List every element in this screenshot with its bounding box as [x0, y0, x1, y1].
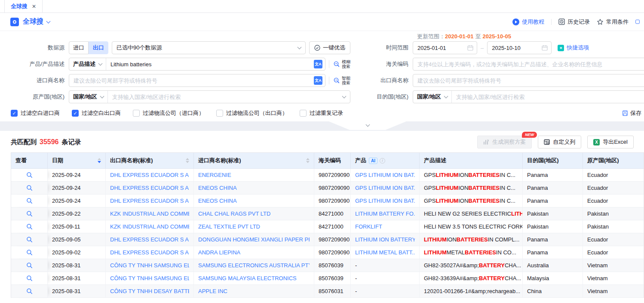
view-record-button[interactable] — [11, 259, 48, 272]
dest-country-select[interactable]: 国家/地区 — [413, 91, 452, 103]
exporter-link[interactable]: CÔNG TY TNHH SAMSUNG ELECTRONICS ... — [110, 262, 189, 269]
exporter-link[interactable]: DHL EXPRESS ECUADOR S A — [110, 172, 189, 178]
exporter-link[interactable]: DHL EXPRESS ECUADOR S A — [110, 236, 189, 243]
more-icon[interactable] — [635, 19, 640, 25]
origin-country-input[interactable] — [108, 91, 343, 103]
view-record-button[interactable] — [11, 195, 48, 207]
product-link[interactable]: LITHIUM METAL BATT... — [355, 249, 415, 256]
close-icon[interactable]: ✕ — [32, 3, 36, 9]
product-link[interactable]: GPS LITHIUM ION BAT... — [355, 185, 415, 191]
checkbox-unchecked-icon[interactable] — [300, 110, 307, 117]
checkbox-unchecked-icon[interactable] — [133, 110, 140, 117]
importer-input[interactable] — [69, 74, 314, 87]
filter-checkbox-3[interactable]: 过滤物流公司（出口商） — [216, 109, 288, 117]
search-panel: 更新范围：2020-01-01至2025-10-05 数据源 进口 出口 已选中… — [0, 31, 644, 121]
hs_code-text: 85076031 — [319, 288, 343, 294]
view-record-button[interactable] — [11, 233, 48, 246]
tab-global-search[interactable]: 全球搜 ✕ — [4, 0, 43, 12]
exporter-link[interactable]: DHL EXPRESS ECUADOR S A — [110, 185, 189, 191]
product-input[interactable] — [106, 58, 314, 70]
smart-search-label: 智能 搜索 — [342, 76, 350, 85]
history-link[interactable]: 历史记录 — [558, 18, 590, 26]
column-header-exporter[interactable]: 出口商名称(标准) — [106, 153, 194, 168]
importer-link[interactable]: ENEOS CHINA — [198, 185, 237, 191]
product-link[interactable]: GPS LITHIUM ION BAT... — [355, 172, 415, 178]
one-click-optimize-button[interactable]: 一键优选 — [309, 41, 350, 54]
highlighted-keyword: LITHI... — [511, 210, 523, 217]
dest-country-input[interactable] — [452, 91, 644, 103]
product-link[interactable]: LITHIUM BATTERY FO... — [355, 210, 415, 217]
exporter-link[interactable]: KZK INDUSTRIAL AND COMMERCIAL CO — [110, 210, 189, 217]
view-record-button[interactable] — [11, 182, 48, 194]
view-record-button[interactable] — [11, 207, 48, 220]
exporter-link[interactable]: DHL EXPRESS ECUADOR S A — [110, 198, 189, 204]
sort-arrows-icon[interactable] — [304, 158, 310, 163]
view-record-button[interactable] — [11, 272, 48, 284]
filter-checkbox-2[interactable]: 过滤物流公司（进口商） — [133, 109, 204, 117]
quick-options-link[interactable]: ✦ 快捷选项 — [558, 44, 589, 52]
importer-link[interactable]: SAMSUNG MALAYSIA ELECTRONICS — [198, 275, 297, 281]
importer-link[interactable]: SAMSUNG ELECTRONICS AUSTRALIA PTY — [198, 262, 310, 269]
translate-icon[interactable]: 文A — [314, 60, 322, 68]
description-text: IN C... — [500, 198, 515, 204]
product-link[interactable]: FORKLIFT — [355, 223, 382, 230]
custom-columns-button[interactable]: 自定义列 — [538, 136, 581, 148]
update-range-prefix: 更新范围： — [417, 33, 445, 40]
view-record-button[interactable] — [11, 246, 48, 259]
time-range-row: 时间范围 – — [350, 41, 644, 54]
view-record-button[interactable] — [11, 169, 48, 181]
product-link[interactable]: GPS LITHIUM ION BAT... — [355, 198, 415, 204]
fuzzy-search-button[interactable]: 模糊 搜索 — [329, 59, 350, 69]
importer-link[interactable]: ENERGENIE — [198, 172, 231, 178]
origin-select-value: 国家/地区 — [73, 93, 97, 101]
view-record-button[interactable] — [11, 220, 48, 233]
exporter-link[interactable]: KZK INDUSTRIAL AND COMMERCIAL CO — [110, 223, 189, 230]
hs-code-input[interactable] — [413, 58, 644, 70]
export-excel-button[interactable]: X 导出Excel — [587, 136, 634, 148]
sort-arrows-icon[interactable] — [183, 158, 189, 163]
checkbox-checked-icon[interactable]: ✓ — [72, 110, 79, 117]
tutorial-link[interactable]: 使用教程 — [512, 18, 544, 26]
sort-arrows-icon[interactable] — [95, 158, 101, 163]
importer-link[interactable]: ANDRA LIEPINA — [198, 249, 240, 256]
chevron-down-icon[interactable] — [46, 19, 51, 23]
origin-country-select[interactable]: 国家/地区 — [69, 91, 108, 103]
checkbox-checked-icon[interactable]: ✓ — [11, 110, 18, 117]
importer-link[interactable]: CHAL CHAL RAGS PVT LTD — [198, 210, 270, 217]
start-date-input[interactable] — [413, 41, 477, 54]
importer-link[interactable]: ENEOS CHINA — [198, 198, 237, 204]
checkbox-unchecked-icon[interactable] — [216, 110, 223, 117]
cell-date: 2025-08-31 — [48, 285, 106, 297]
exporter-input[interactable] — [413, 74, 644, 87]
filter-checkbox-0[interactable]: ✓过滤空白进口商 — [11, 109, 60, 117]
start-date-value[interactable] — [417, 45, 467, 51]
end-date-value[interactable] — [492, 45, 542, 51]
column-header-date[interactable]: 日期 — [48, 153, 106, 168]
smart-search-button[interactable]: 智能 搜索 — [329, 76, 350, 85]
export-toggle-button[interactable]: 出口 — [89, 41, 108, 54]
collapse-panel-button[interactable] — [329, 121, 406, 130]
exporter-link[interactable]: CÔNG TY TNHH SAMSUNG ELECTRONICS ... — [110, 275, 189, 281]
import-toggle-button[interactable]: 进口 — [69, 41, 89, 54]
filter-checkbox-1[interactable]: ✓过滤空白出口商 — [72, 109, 121, 117]
exporter-link[interactable]: DHL EXPRESS ECUADOR S A — [110, 249, 189, 256]
importer-link[interactable]: DONGGUAN HONGMEI XIANGLI PAPER PR... — [198, 236, 310, 243]
importer-link[interactable]: ZEAL TEXTILE PVT LTD — [198, 223, 260, 230]
info-icon[interactable]: i — [380, 158, 385, 164]
generate-insight-button[interactable]: 生成洞察方案 NEW — [477, 136, 532, 148]
end-date-input[interactable] — [487, 41, 552, 54]
product-link[interactable]: LITHIUM ION BATTERY — [355, 236, 415, 243]
cell-origin: Pakistan — [583, 207, 644, 220]
importer-link[interactable]: APPLE INC — [198, 288, 227, 294]
favorites-link[interactable]: 常用条件 — [597, 18, 629, 26]
column-header-importer[interactable]: 进口商名称(标准) — [194, 153, 314, 168]
chevron-down-icon — [342, 94, 347, 99]
exporter-link[interactable]: CÔNG TY TNHH DESAY BATTERY VINA — [110, 288, 189, 294]
filter-checkbox-4[interactable]: 过滤重复记录 — [300, 109, 343, 117]
cell-exporter: CÔNG TY TNHH SAMSUNG ELECTRONICS ... — [106, 259, 194, 272]
save-conditions-button[interactable]: 保存 — [622, 109, 641, 117]
product-type-select[interactable]: 产品描述 — [69, 58, 106, 70]
translate-icon[interactable]: 文A — [314, 76, 322, 85]
datasource-select[interactable]: 已选中90个数据源 — [112, 41, 306, 54]
view-record-button[interactable] — [11, 285, 48, 297]
